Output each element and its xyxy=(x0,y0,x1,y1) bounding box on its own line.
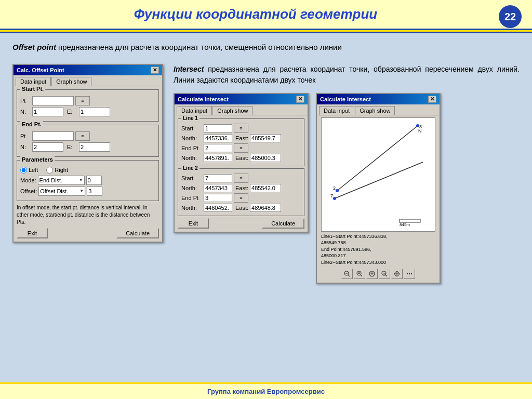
line2-endpt-row: End Pt ≡ xyxy=(181,193,301,203)
endpt1-list-button[interactable]: ≡ xyxy=(234,143,248,153)
zoom-extent-button[interactable] xyxy=(366,269,378,279)
line1-start-input[interactable] xyxy=(204,124,232,132)
east3-input[interactable] xyxy=(250,184,281,192)
line2-section: Line 2 Start ≡ North: Ea xyxy=(178,168,304,216)
description-offset: Offset point предназначена для расчета к… xyxy=(12,42,520,54)
offset-info-text: In offset mode, the start pt. distance i… xyxy=(17,204,159,226)
offset-tab-data-input[interactable]: Data input xyxy=(16,77,51,86)
graph-intersect-window: Calculate Intersect ✕ Data input Graph s… xyxy=(316,93,441,284)
mode-num-input[interactable] xyxy=(86,176,102,185)
left-right-radio-row: Left Right xyxy=(20,167,155,174)
pt-list-button[interactable]: ≡ xyxy=(75,96,90,105)
line2-start-list-button[interactable]: ≡ xyxy=(234,174,248,183)
intersect-description: Intersect предназначена для расчета коор… xyxy=(174,64,520,86)
north3-input[interactable] xyxy=(204,184,232,192)
svg-line-2 xyxy=(348,275,350,276)
n2-label: N: xyxy=(20,144,31,150)
north2-input[interactable] xyxy=(204,154,232,162)
svg-text:@: @ xyxy=(383,272,386,275)
mode-value: End Dist. xyxy=(39,177,63,183)
e2-label: E: xyxy=(67,144,77,150)
offset-buttons-row: Exit Calculate xyxy=(17,228,159,238)
svg-line-6 xyxy=(361,275,362,276)
offset-description-text: предназначена для расчета координат точк… xyxy=(56,43,342,51)
extra-tool-button[interactable] xyxy=(404,269,415,279)
parameters-fieldset: Parameters Left Right xyxy=(17,160,159,201)
graph-tab-graph-show[interactable]: Graph show xyxy=(355,106,395,115)
intersect-buttons-row: Exit Calculate xyxy=(178,218,304,229)
graph-toolbar: @ xyxy=(319,267,437,281)
start-pt-fieldset: Start Pt. Pt ≡ N: E: xyxy=(17,89,159,122)
mode-arrow-icon: ▼ xyxy=(79,178,83,182)
right-radio[interactable] xyxy=(46,167,53,174)
left-radio-label[interactable]: Left xyxy=(20,167,38,174)
windows-row: Calc. Offset Point ✕ Data input Graph sh… xyxy=(12,64,520,284)
pt-end-label: Pt xyxy=(20,133,31,139)
offset-exit-button[interactable]: Exit xyxy=(17,228,48,238)
north2-label: North: xyxy=(181,155,202,161)
offset-close-button[interactable]: ✕ xyxy=(151,66,159,74)
e1-input[interactable] xyxy=(79,107,110,116)
line1-legend: Line 1 xyxy=(181,115,200,121)
page-title: Функции координатной геометрии xyxy=(134,6,378,22)
footer: Группа компаний Европромсервис xyxy=(0,382,532,399)
line2-start-input[interactable] xyxy=(204,174,232,182)
intersect-tab-graph-show[interactable]: Graph show xyxy=(212,106,252,115)
ne1-row: N: E: xyxy=(20,107,155,116)
pan-button[interactable] xyxy=(391,269,403,279)
intersect-tab-data-input[interactable]: Data input xyxy=(177,106,212,115)
north4-input[interactable] xyxy=(204,204,232,212)
intersect-body: Line 1 Start ≡ North: Ea xyxy=(175,115,308,232)
n-label: N xyxy=(418,128,422,134)
zoom-out-button[interactable] xyxy=(341,269,353,279)
intersect-calculate-button[interactable]: Calculate xyxy=(262,218,304,229)
ne2-row: N: E: xyxy=(20,142,155,152)
north1-input[interactable] xyxy=(204,134,232,142)
endpt2-input[interactable] xyxy=(204,194,232,202)
line1-start-label: Start xyxy=(181,125,202,131)
graph-body: 3 N 2 7 845m Line1--Start Point:4457336.… xyxy=(317,115,440,283)
graph-info-line1: Line1--Start Point:4457336.838, xyxy=(321,233,435,240)
offset-dropdown[interactable]: Offset Dist. ▼ xyxy=(38,187,85,196)
east2-input[interactable] xyxy=(250,154,281,162)
header: Функции координатной геометрии 22 xyxy=(0,0,532,30)
end-pt-row: Pt ≡ xyxy=(20,131,155,141)
graph-close-button[interactable]: ✕ xyxy=(428,96,436,103)
point2-label: 2 xyxy=(333,185,336,191)
n2-input[interactable] xyxy=(32,142,63,152)
endpt1-input[interactable] xyxy=(204,144,232,152)
line2-north2-row: North: East: xyxy=(181,204,301,212)
line1-start-list-button[interactable]: ≡ xyxy=(234,124,248,133)
intersect-exit-button[interactable]: Exit xyxy=(178,218,209,229)
east1-input[interactable] xyxy=(250,134,281,142)
pt-end-list-button[interactable]: ≡ xyxy=(75,131,90,141)
offset-num-input[interactable] xyxy=(87,187,102,196)
e2-input[interactable] xyxy=(79,142,110,152)
line1-section: Line 1 Start ≡ North: Ea xyxy=(178,118,304,166)
line1-north-row: North: East: xyxy=(181,134,301,142)
offset-calculate-button[interactable]: Calculate xyxy=(116,228,159,238)
line2-graphic xyxy=(335,162,423,198)
graph-tab-data-input[interactable]: Data input xyxy=(319,106,354,115)
east4-label: East: xyxy=(235,205,248,211)
intersect-close-button[interactable]: ✕ xyxy=(296,96,304,103)
pt-end-input[interactable] xyxy=(32,131,74,141)
endpt2-list-button[interactable]: ≡ xyxy=(234,193,248,203)
zoom-in-button[interactable] xyxy=(354,269,365,279)
line1-north2-row: North: East: xyxy=(181,154,301,162)
pt-input[interactable] xyxy=(32,96,74,105)
pt-label: Pt xyxy=(20,98,31,104)
east3-label: East: xyxy=(235,185,248,191)
scale-label: 845m xyxy=(400,222,410,227)
offset-point-window: Calc. Offset Point ✕ Data input Graph sh… xyxy=(12,64,163,243)
offset-body: Start Pt. Pt ≡ N: E: xyxy=(14,86,162,242)
mode-dropdown[interactable]: End Dist. ▼ xyxy=(38,176,85,185)
right-radio-label[interactable]: Right xyxy=(46,167,68,174)
east2-label: East: xyxy=(235,155,248,161)
east4-input[interactable] xyxy=(250,204,281,212)
n1-input[interactable] xyxy=(32,107,63,116)
left-radio[interactable] xyxy=(20,167,27,174)
offset-tab-graph-show[interactable]: Graph show xyxy=(51,77,91,86)
graph-titlebar: Calculate Intersect ✕ xyxy=(317,94,440,104)
zoom-window-button[interactable]: @ xyxy=(379,269,390,279)
